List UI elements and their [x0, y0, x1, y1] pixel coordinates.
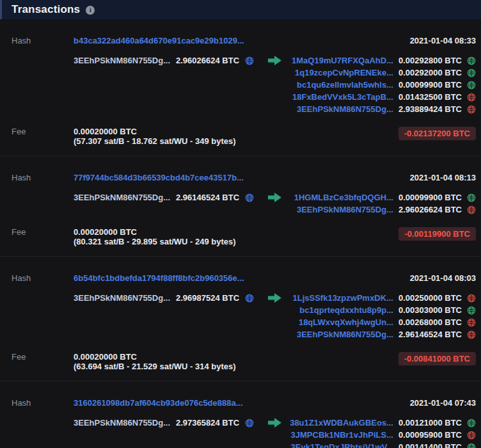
output-amount: 2.96026624 BTC	[398, 204, 462, 216]
fee-amount: 0.00020000 BTC	[74, 352, 236, 362]
output-address-link[interactable]: 18qLWxvqXwhj4wgUn...	[299, 316, 393, 328]
tx-input: 3EEhPSkNM86N755Dg... 2.96026624 BTC	[74, 54, 267, 67]
input-amount: 2.97365824 BTC	[176, 417, 239, 429]
output-address-link[interactable]: bc1qu6zellmvlah5whls...	[297, 79, 393, 91]
input-amount: 2.96146524 BTC	[176, 191, 239, 204]
transaction-block: Hash 6b54bfc1bdbefda1794f88ff8bfc2b96035…	[0, 257, 481, 381]
globe-icon[interactable]	[245, 419, 254, 428]
output-amount: 0.00099900 BTC	[398, 79, 462, 91]
tx-hash-link[interactable]: 3160261098db7af604cb93de076c5de888a...	[74, 398, 243, 408]
transaction-io-row: 3EEhPSkNM86N755Dg... 2.96987524 BTC 1Ljs…	[12, 292, 476, 340]
output-row: 38u1Z1xWDBAukGBEos... 0.00121000 BTC	[290, 417, 476, 429]
globe-icon[interactable]	[467, 431, 476, 440]
globe-icon[interactable]	[467, 56, 476, 65]
fee-details: (57.307 sat/B - 18.762 sat/WU - 349 byte…	[74, 136, 236, 146]
globe-icon[interactable]	[467, 306, 476, 315]
output-address-link[interactable]: 1MaQ19mU7RFXQaAhD...	[292, 54, 393, 67]
output-row: 3JMPCBk1NBr1vJhPiLS... 0.00095900 BTC	[290, 429, 476, 441]
transaction-fee-row: Fee 0.00020000 BTC (63.694 sat/B - 21.52…	[12, 352, 476, 371]
output-address-link[interactable]: bc1qprteqdxxhtu8p9p...	[299, 304, 393, 316]
output-row: bc1qprteqdxxhtu8p9p... 0.00303000 BTC	[290, 304, 476, 316]
info-icon[interactable]: i	[86, 6, 95, 15]
transaction-block: Hash 77f9744bc584d3b66539cbd4b7cee43517b…	[0, 156, 481, 257]
input-amount: 2.96026624 BTC	[176, 54, 239, 67]
outputs-column: 1LjsSSfk13zpzwPmxDK... 0.00250000 BTC bc…	[290, 292, 476, 340]
globe-icon[interactable]	[467, 81, 476, 90]
transaction-head-row: Hash 3160261098db7af604cb93de076c5de888a…	[12, 397, 476, 409]
globe-icon[interactable]	[467, 443, 476, 448]
globe-icon[interactable]	[245, 56, 254, 65]
arrow-right-icon	[267, 417, 290, 428]
output-amount: 0.00268000 BTC	[398, 316, 462, 328]
output-address-link[interactable]: 1HGMLBzCe3bfqDQGH...	[294, 191, 393, 204]
fee-details: (63.694 sat/B - 21.529 sat/WU - 314 byte…	[74, 362, 236, 371]
output-row: 1HGMLBzCe3bfqDQGH... 0.00099900 BTC	[290, 191, 476, 204]
input-address-link[interactable]: 3EEhPSkNM86N755Dg...	[74, 417, 170, 429]
fee-text: 0.00020000 BTC (80.321 sat/B - 29.895 sa…	[74, 227, 236, 246]
globe-icon[interactable]	[467, 318, 476, 327]
globe-icon[interactable]	[245, 193, 254, 202]
tx-hash-link[interactable]: 6b54bfc1bdbefda1794f88ff8bfc2b960356e...	[74, 273, 244, 283]
globe-icon[interactable]	[467, 68, 476, 77]
tx-input: 3EEhPSkNM86N755Dg... 2.96987524 BTC	[74, 292, 267, 304]
globe-icon[interactable]	[467, 93, 476, 102]
input-amount: 2.96987524 BTC	[176, 292, 239, 304]
globe-icon[interactable]	[467, 419, 476, 428]
tx-input: 3EEhPSkNM86N755Dg... 2.97365824 BTC	[74, 417, 267, 429]
input-address-link[interactable]: 3EEhPSkNM86N755Dg...	[74, 191, 170, 204]
outputs-column: 1HGMLBzCe3bfqDQGH... 0.00099900 BTC 3EEh…	[290, 191, 476, 216]
output-address-link[interactable]: 3JMPCBk1NBr1vJhPiLS...	[291, 429, 393, 441]
balance-change-badge: -0.02137200 BTC	[398, 127, 476, 140]
output-amount: 2.96146524 BTC	[398, 328, 462, 340]
fee-label: Fee	[12, 352, 74, 362]
output-address-link[interactable]: 3EEhPSkNM86N755Dg...	[297, 328, 393, 340]
output-row: 3EEhPSkNM86N755Dg... 2.96026624 BTC	[290, 204, 476, 216]
output-row: 18qLWxvqXwhj4wgUn... 0.00268000 BTC	[290, 316, 476, 328]
hash-label: Hash	[12, 35, 74, 47]
hash-label: Hash	[12, 272, 74, 284]
output-amount: 0.00141400 BTC	[398, 441, 462, 448]
output-address-link[interactable]: 3EEhPSkNM86N755Dg...	[297, 103, 393, 115]
outputs-column: 38u1Z1xWDBAukGBEos... 0.00121000 BTC 3JM…	[290, 417, 476, 448]
output-row: 3Evk1TsqDxJRhtsiV1wV... 0.00141400 BTC	[290, 441, 476, 448]
input-address-link[interactable]: 3EEhPSkNM86N755Dg...	[74, 54, 170, 67]
output-row: 18FxBedVVxk5L3cTapB... 0.01432500 BTC	[290, 91, 476, 103]
output-address-link[interactable]: 3Evk1TsqDxJRhtsiV1wV...	[291, 441, 393, 448]
output-address-link[interactable]: 38u1Z1xWDBAukGBEos...	[290, 417, 393, 429]
tx-date: 2021-01-04 08:13	[410, 172, 476, 184]
transaction-head-row: Hash b43ca322ad460a64d670e91cac9e29b1029…	[12, 35, 476, 47]
output-amount: 0.00099900 BTC	[398, 191, 462, 204]
output-row: bc1qu6zellmvlah5whls... 0.00099900 BTC	[290, 79, 476, 91]
globe-icon[interactable]	[467, 105, 476, 114]
fee-label: Fee	[12, 127, 74, 136]
transactions-header: Transactions i	[0, 0, 481, 19]
output-amount: 2.93889424 BTC	[398, 103, 462, 115]
output-amount: 0.00292800 BTC	[398, 54, 462, 67]
output-row: 1q19zcepCvNpRENEke... 0.00292000 BTC	[290, 67, 476, 79]
globe-icon[interactable]	[467, 294, 476, 303]
tx-hash-link[interactable]: 77f9744bc584d3b66539cbd4b7cee43517b...	[74, 173, 244, 182]
globe-icon[interactable]	[467, 193, 476, 202]
transaction-fee-row: Fee 0.00020000 BTC (80.321 sat/B - 29.89…	[12, 227, 476, 246]
output-address-link[interactable]: 18FxBedVVxk5L3cTapB...	[292, 91, 393, 103]
input-address-link[interactable]: 3EEhPSkNM86N755Dg...	[74, 292, 170, 304]
arrow-right-icon	[267, 55, 290, 66]
globe-icon[interactable]	[245, 294, 254, 303]
arrow-right-icon	[267, 292, 290, 303]
transaction-block: Hash b43ca322ad460a64d670e91cac9e29b1029…	[0, 19, 481, 156]
hash-label: Hash	[12, 172, 74, 184]
output-address-link[interactable]: 3EEhPSkNM86N755Dg...	[297, 204, 393, 216]
tx-date: 2021-01-04 08:33	[410, 35, 476, 47]
transaction-io-row: 3EEhPSkNM86N755Dg... 2.96026624 BTC 1MaQ…	[12, 54, 476, 115]
transaction-block: Hash 3160261098db7af604cb93de076c5de888a…	[0, 381, 481, 448]
output-address-link[interactable]: 1LjsSSfk13zpzwPmxDK...	[292, 292, 393, 304]
fee-text: 0.00020000 BTC (63.694 sat/B - 21.529 sa…	[74, 352, 236, 371]
globe-icon[interactable]	[467, 330, 476, 339]
fee-amount: 0.00020000 BTC	[74, 127, 236, 136]
globe-icon[interactable]	[467, 205, 476, 214]
output-address-link[interactable]: 1q19zcepCvNpRENEke...	[295, 67, 393, 79]
tx-hash-link[interactable]: b43ca322ad460a64d670e91cac9e29b1029...	[74, 36, 244, 45]
output-amount: 0.00250000 BTC	[398, 292, 462, 304]
arrow-right-icon	[267, 192, 290, 203]
fee-amount: 0.00020000 BTC	[74, 227, 236, 237]
